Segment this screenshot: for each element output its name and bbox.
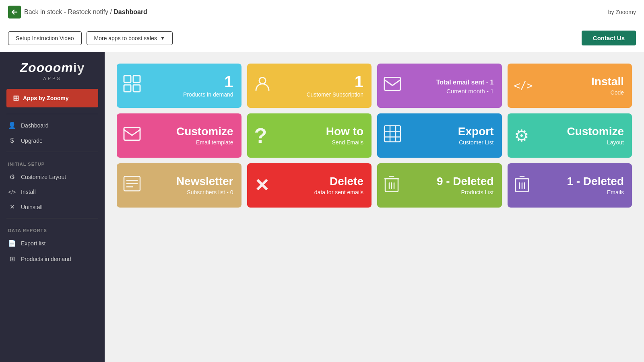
export-customer-sub: Customer List (458, 139, 494, 146)
breadcrumb: Back in stock - Restock notify / Dashboa… (24, 8, 147, 16)
customer-subscription-label: Customer Subscription (306, 91, 363, 98)
sidebar-item-label: Uninstall (21, 204, 43, 210)
code-icon: </> (514, 80, 533, 92)
gear-icon: ⚙ (514, 126, 529, 146)
sidebar-item-export-list[interactable]: 📄 Export list (0, 235, 105, 251)
delete-data-card[interactable]: ✕ Delete data for sent emails (247, 163, 372, 208)
deleted-emails-sub: Emails (567, 189, 624, 195)
delete-data-title: Delete (314, 175, 363, 188)
dashboard-grid: 1 Products in demand 1 Customer Subscrip… (117, 64, 632, 208)
question-icon: ? (254, 125, 267, 146)
deleted-products-title: 9 - Deleted (437, 175, 494, 188)
customize-layout-sub: Layout (567, 139, 624, 146)
total-email-card[interactable]: Total email sent - 1 Current month - 1 (377, 64, 502, 108)
customize-email-card[interactable]: Customize Email template (117, 113, 242, 158)
svg-rect-7 (384, 126, 400, 142)
more-apps-button[interactable]: More apps to boost sales ▼ (87, 31, 173, 45)
initial-setup-label: INITIAL SETUP (0, 155, 105, 169)
sidebar-item-customize-layout[interactable]: ⚙ Customize Layout (0, 169, 105, 185)
sidebar-item-dashboard[interactable]: 👤 Dashboard (0, 117, 105, 133)
sidebar-item-upgrade[interactable]: $ Upgrade (0, 133, 105, 148)
uninstall-icon: ✕ (8, 203, 16, 211)
install-icon: </> (8, 189, 16, 195)
sidebar-divider-2 (6, 152, 98, 152)
customize-email-title: Customize (176, 125, 233, 138)
products-in-demand-card[interactable]: 1 Products in demand (117, 64, 242, 108)
customer-subscription-number: 1 (355, 74, 363, 90)
action-bar: Setup Instruction Video More apps to boo… (0, 24, 644, 52)
sidebar-divider-3 (6, 218, 98, 218)
apps-by-zooomy-button[interactable]: ⊞ Apps by Zooomy (6, 89, 98, 107)
email-template-icon (123, 127, 141, 145)
sidebar-item-install[interactable]: </> Install (0, 185, 105, 199)
svg-rect-2 (124, 85, 131, 92)
export-customer-title: Export (458, 125, 494, 138)
by-label: by Zooomy (608, 9, 636, 15)
deleted-emails-title: 1 - Deleted (567, 175, 624, 188)
content-area: 1 Products in demand 1 Customer Subscrip… (105, 52, 644, 362)
trash-products-icon (384, 175, 400, 196)
deleted-products-card[interactable]: 9 - Deleted Products List (377, 163, 502, 208)
delete-icon: ✕ (254, 177, 269, 194)
dropdown-arrow-icon: ▼ (160, 35, 165, 41)
customize-layout-title: Customize (567, 125, 624, 138)
newsletter-icon (123, 175, 141, 196)
sidebar-item-products-in-demand[interactable]: ⊞ Products in demand (0, 251, 105, 267)
svg-rect-1 (133, 76, 140, 82)
logo-text: Zoooomiy (8, 60, 97, 75)
top-bar: Back in stock - Restock notify / Dashboa… (0, 0, 644, 24)
contact-us-button[interactable]: Contact Us (582, 31, 636, 45)
back-arrow-icon[interactable] (8, 6, 21, 19)
install-code-title: Install (591, 76, 624, 88)
sidebar-item-uninstall[interactable]: ✕ Uninstall (0, 199, 105, 215)
setup-video-button[interactable]: Setup Instruction Video (8, 31, 82, 45)
table-icon (384, 125, 401, 146)
delete-data-sub: data for sent emails (314, 189, 363, 195)
trash-emails-icon (514, 175, 530, 196)
install-code-card[interactable]: </> Install Code (508, 64, 632, 108)
sidebar-item-label: Upgrade (21, 138, 43, 144)
products-in-demand-number: 1 (224, 74, 233, 90)
deleted-emails-card[interactable]: 1 - Deleted Emails (508, 163, 632, 208)
grid-icon (123, 75, 141, 97)
grid-apps-icon: ⊞ (13, 94, 19, 103)
customize-layout-icon: ⚙ (8, 173, 16, 181)
sidebar-item-label: Dashboard (21, 122, 49, 129)
products-in-demand-label: Products in demand (183, 91, 233, 98)
newsletter-card[interactable]: Newsletter Subscribers list - 0 (117, 163, 242, 208)
svg-rect-6 (124, 128, 140, 140)
svg-rect-5 (384, 78, 400, 90)
install-code-sub: Code (591, 89, 624, 96)
sidebar-item-label: Products in demand (21, 256, 71, 262)
customer-subscription-card[interactable]: 1 Customer Subscription (247, 64, 372, 108)
upgrade-icon: $ (8, 137, 16, 144)
svg-rect-3 (133, 85, 140, 92)
sidebar: Zoooomiy APPS ⊞ Apps by Zooomy 👤 Dashboa… (0, 52, 105, 362)
newsletter-sub: Subscribers list - 0 (176, 189, 233, 195)
products-in-demand-icon: ⊞ (8, 255, 16, 263)
export-list-icon: 📄 (8, 239, 16, 247)
sidebar-logo: Zoooomiy APPS (0, 52, 105, 89)
breadcrumb-area: Back in stock - Restock notify / Dashboa… (8, 6, 147, 19)
sidebar-divider-1 (6, 114, 98, 114)
sidebar-item-label: Customize Layout (21, 174, 66, 180)
how-to-send-sub: Send Emails (326, 139, 363, 146)
how-to-send-card[interactable]: ? How to Send Emails (247, 113, 372, 158)
customize-layout-card[interactable]: ⚙ Customize Layout (508, 113, 632, 158)
logo-sub: APPS (8, 76, 97, 81)
total-email-line2: Current month - 1 (436, 88, 494, 95)
how-to-send-title: How to (326, 125, 363, 138)
deleted-products-sub: Products List (437, 189, 494, 195)
dashboard-icon: 👤 (8, 121, 16, 129)
export-customer-card[interactable]: Export Customer List (377, 113, 502, 158)
mail-icon (384, 77, 401, 95)
svg-point-4 (259, 78, 266, 84)
customize-email-sub: Email template (176, 139, 233, 146)
sidebar-item-label: Install (21, 189, 36, 195)
newsletter-title: Newsletter (176, 175, 233, 188)
main-layout: Zoooomiy APPS ⊞ Apps by Zooomy 👤 Dashboa… (0, 52, 644, 362)
sidebar-item-label: Export list (21, 240, 45, 247)
svg-rect-0 (124, 76, 131, 82)
total-email-line1: Total email sent - 1 (436, 79, 494, 86)
data-reports-label: DATA REPORTS (0, 222, 105, 235)
